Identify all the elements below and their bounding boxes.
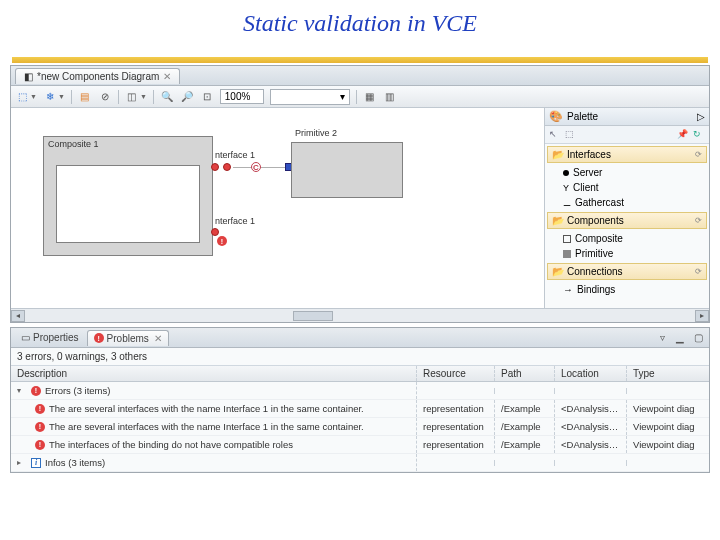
primitive-title: Primitive 2 <box>295 128 337 138</box>
col-path[interactable]: Path <box>495 366 555 381</box>
scroll-right-icon[interactable]: ▸ <box>695 310 709 322</box>
cell-loc <box>555 460 627 466</box>
interface-label: nterface 1 <box>215 216 255 226</box>
close-icon[interactable]: ✕ <box>163 71 171 82</box>
primitive-component[interactable] <box>291 142 403 198</box>
layers-icon: ❄ <box>43 90 57 104</box>
cell-description: ▸iInfos (3 items) <box>11 454 417 471</box>
canvas-scrollbar[interactable]: ◂ ▸ <box>11 308 709 322</box>
col-resource[interactable]: Resource <box>417 366 495 381</box>
folder-icon: 📂 <box>552 215 564 226</box>
editor-tab-label: *new Components Diagram <box>37 71 159 82</box>
editor-tab-diagram[interactable]: ◧ *new Components Diagram ✕ <box>15 68 180 84</box>
main-area: Composite 1 nterface 1 Interface 1 nterf… <box>11 108 709 308</box>
port-server[interactable] <box>223 163 231 171</box>
table-row[interactable]: ▸iInfos (3 items) <box>11 454 709 472</box>
maximize-icon[interactable]: ▢ <box>691 331 705 345</box>
palette-item-gathercast[interactable]: ⚊Gathercast <box>545 195 709 210</box>
scroll-left-icon[interactable]: ◂ <box>11 310 25 322</box>
table-row[interactable]: ▾!Errors (3 items) <box>11 382 709 400</box>
zoom-fit-icon[interactable]: ⊡ <box>200 90 214 104</box>
tab-properties[interactable]: ▭ Properties <box>15 330 85 345</box>
table-row[interactable]: !The are several interfaces with the nam… <box>11 418 709 436</box>
palette-icon: 🎨 <box>549 110 563 123</box>
cursor-icon[interactable]: ↖ <box>549 129 561 141</box>
properties-icon: ▭ <box>21 332 30 343</box>
snap-icon[interactable]: ▥ <box>383 90 397 104</box>
refresh-icon[interactable]: ↻ <box>693 129 705 141</box>
cell-type <box>627 388 709 394</box>
hide-icon[interactable]: ⊘ <box>98 90 112 104</box>
palette-item-composite[interactable]: Composite <box>545 231 709 246</box>
cell-type: Viewpoint diag <box>627 418 709 435</box>
palette-section-components[interactable]: 📂 Components ⟳ <box>547 212 707 229</box>
cell-loc: <DAnalysis>::< <box>555 418 627 435</box>
port-server[interactable] <box>211 163 219 171</box>
tool-select-dropdown[interactable]: ⬚▼ <box>15 90 37 104</box>
cell-res <box>417 388 495 394</box>
tool-layout-dropdown[interactable]: ◫▼ <box>125 90 147 104</box>
pin-icon[interactable]: 📌 <box>677 129 689 141</box>
scroll-track[interactable] <box>25 310 695 322</box>
minimize-icon[interactable]: ▁ <box>673 331 687 345</box>
problems-summary: 3 errors, 0 warnings, 3 others <box>11 348 709 366</box>
palette-item-bindings[interactable]: →Bindings <box>545 282 709 297</box>
scroll-thumb[interactable] <box>293 311 333 321</box>
col-type[interactable]: Type <box>627 366 709 381</box>
error-icon: ! <box>35 404 45 414</box>
palette-section-interfaces[interactable]: 📂 Interfaces ⟳ <box>547 146 707 163</box>
tab-problems[interactable]: ! Problems ✕ <box>87 330 169 346</box>
section-label: Interfaces <box>567 149 611 160</box>
cell-path <box>495 388 555 394</box>
expander-icon[interactable]: ▾ <box>17 386 27 395</box>
drawer-icon: ⟳ <box>695 216 702 225</box>
palette-item-client[interactable]: YClient <box>545 180 709 195</box>
zoom-dropdown[interactable]: ▾ <box>270 89 350 105</box>
cell-text: The interfaces of the binding do not hav… <box>49 439 293 450</box>
palette-section-connections[interactable]: 📂 Connections ⟳ <box>547 263 707 280</box>
expander-icon[interactable]: ▸ <box>17 458 27 467</box>
cell-res: representation <box>417 418 495 435</box>
palette-item-primitive[interactable]: Primitive <box>545 246 709 261</box>
palette-header[interactable]: 🎨Palette ▷ <box>545 108 709 126</box>
tab-label: Properties <box>33 332 79 343</box>
item-label: Gathercast <box>575 197 624 208</box>
item-label: Primitive <box>575 248 613 259</box>
view-menu-icon[interactable]: ▿ <box>655 331 669 345</box>
cell-text: The are several interfaces with the name… <box>49 403 364 414</box>
filter-icon[interactable]: ▤ <box>78 90 92 104</box>
cell-text: Infos (3 items) <box>45 457 105 468</box>
separator <box>118 90 119 104</box>
collapse-icon[interactable]: ▷ <box>697 111 705 122</box>
marquee-icon[interactable]: ⬚ <box>565 129 577 141</box>
cell-res: representation <box>417 436 495 453</box>
cell-description: !The interfaces of the binding do not ha… <box>11 436 417 453</box>
col-description[interactable]: Description <box>11 366 417 381</box>
tool-layer-dropdown[interactable]: ❄▼ <box>43 90 65 104</box>
zoom-out-icon[interactable]: 🔎 <box>180 90 194 104</box>
close-icon[interactable]: ✕ <box>154 333 162 344</box>
primitive-icon <box>563 250 571 258</box>
palette-panel: 🎨Palette ▷ ↖ ⬚ 📌 ↻ 📂 Interfaces ⟳ Server… <box>545 108 709 308</box>
composite-title: Composite 1 <box>48 139 99 149</box>
item-label: Composite <box>575 233 623 244</box>
table-row[interactable]: !The interfaces of the binding do not ha… <box>11 436 709 454</box>
zoom-input[interactable] <box>220 89 264 104</box>
cell-path: /Example <box>495 400 555 417</box>
problems-panel: ▭ Properties ! Problems ✕ ▿ ▁ ▢ 3 errors… <box>10 327 710 473</box>
port-server[interactable] <box>211 228 219 236</box>
diagram-canvas[interactable]: Composite 1 nterface 1 Interface 1 nterf… <box>11 108 545 308</box>
chevron-down-icon: ▼ <box>30 93 37 100</box>
cell-loc <box>555 388 627 394</box>
palette-item-server[interactable]: Server <box>545 165 709 180</box>
col-location[interactable]: Location <box>555 366 627 381</box>
zoom-in-icon[interactable]: 🔍 <box>160 90 174 104</box>
separator <box>153 90 154 104</box>
bindings-icon: → <box>563 284 573 295</box>
table-row[interactable]: !The are several interfaces with the nam… <box>11 400 709 418</box>
page-title: Static validation in VCE <box>0 0 720 57</box>
cell-text: The are several interfaces with the name… <box>49 421 364 432</box>
error-icon: ! <box>35 422 45 432</box>
grid-icon[interactable]: ▦ <box>363 90 377 104</box>
composite-component[interactable]: Composite 1 <box>43 136 213 256</box>
